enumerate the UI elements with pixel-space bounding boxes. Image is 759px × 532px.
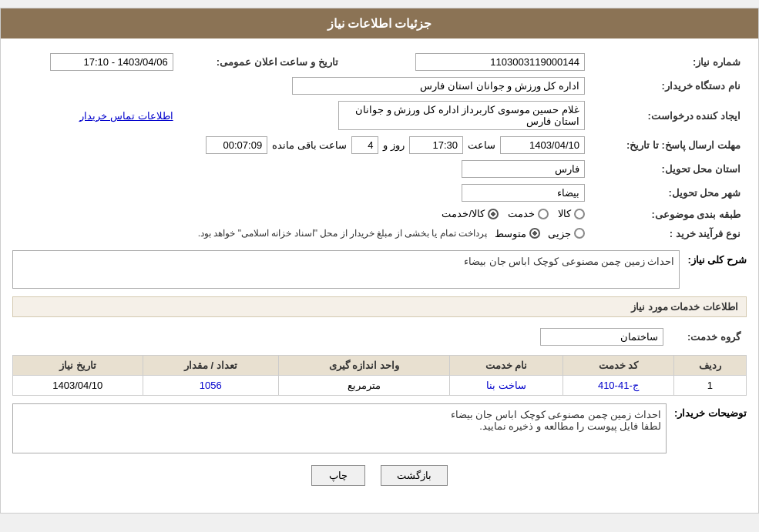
col-header-count: تعداد / مقدار [143,355,278,375]
buyer-desc-box: احداث زمین چمن مصنوعی کوچک اباس جان بیضا… [12,403,667,453]
cell-count-1: 1056 [143,375,278,395]
radio-kala-khedmat: کالا/خدمت [442,208,499,219]
button-row: بازگشت چاپ [12,465,747,501]
province-label: استان محل تحویل: [591,157,747,181]
cell-row-1: 1 [673,375,746,395]
buyer-desc-section: توضیحات خریدار: احداث زمین چمن مصنوعی کو… [12,403,747,453]
requester-label: ایجاد کننده درخواست: [591,98,747,133]
main-form-table: شماره نیاز: 1103003119000144 تاریخ و ساع… [12,50,747,243]
radio-kala: کالا [558,208,585,219]
buyer-desc-line2: لطفا فایل پیوست را مطالعه و ذخیره نمایید… [18,420,661,432]
buyer-desc-line1: احداث زمین چمن مصنوعی کوچک اباس جان بیضا… [18,409,661,420]
col-header-date: تاریخ نیاز [13,355,143,375]
buyer-desc-label: توضیحات خریدار: [674,403,747,419]
city-value: بیضاء [462,184,585,202]
process-motavaset-label: متوسط [495,228,526,239]
col-header-row: ردیف [673,355,746,375]
col-header-name: نام خدمت [450,355,563,375]
service-group-table: گروه خدمت: ساختمان [12,325,747,349]
general-description-label: شرح کلی نیاز: [687,250,747,266]
service-group-value: ساختمان [540,328,663,346]
process-jozi-label: جزیی [548,228,571,239]
content-area: شماره نیاز: 1103003119000144 تاریخ و ساع… [1,38,758,513]
buyer-org-row: نام دستگاه خریدار: اداره کل ورزش و جوانا… [12,74,747,98]
deadline-row-content: 1403/04/10 ساعت 17:30 روز و 4 ساعت باقی … [18,136,585,154]
countdown-label: ساعت باقی مانده [272,139,347,151]
city-label: شهر محل تحویل: [591,181,747,205]
radio-kala-khedmat-circle[interactable] [488,209,499,219]
back-button[interactable]: بازگشت [381,465,448,486]
category-label: طبقه بندی موضوعی: [591,205,747,225]
table-row: 1 ج-41-410 ساخت بنا مترمربع 1056 1403/04… [13,375,747,395]
need-number-value: 1103003119000144 [415,53,585,71]
province-row: استان محل تحویل: فارس [12,157,747,181]
col-header-unit: واحد اندازه گیری [278,355,449,375]
general-description-value: احداث زمین چمن مصنوعی کوچک اباس جان بیضا… [464,256,674,267]
page-container: جزئیات اطلاعات نیاز شماره نیاز: 11030031… [0,8,759,514]
contact-link[interactable]: اطلاعات تماس خریدار [79,110,173,122]
need-number-label: شماره نیاز: [591,50,747,74]
radio-khedmat-label: خدمت [508,208,535,219]
table-header-row: ردیف کد خدمت نام خدمت واحد اندازه گیری ت… [13,355,747,375]
radio-motavaset-circle[interactable] [529,228,540,239]
need-number-row: شماره نیاز: 1103003119000144 تاریخ و ساع… [12,50,747,74]
radio-kala-label: کالا [558,208,571,219]
announce-datetime-value: 1403/04/06 - 17:10 [50,53,173,71]
print-button[interactable]: چاپ [311,465,365,486]
reply-deadline-label: مهلت ارسال پاسخ: تا تاریخ: [591,133,747,157]
general-description-section: شرح کلی نیاز: احداث زمین چمن مصنوعی کوچک… [12,250,747,289]
reply-days-label: روز و [383,139,405,151]
page-header: جزئیات اطلاعات نیاز [1,8,758,38]
radio-kala-khedmat-label: کالا/خدمت [442,208,485,219]
process-motavaset: متوسط [495,228,540,239]
radio-khedmat-circle[interactable] [538,209,549,219]
countdown-value: 00:07:09 [206,136,267,154]
cell-name-1: ساخت بنا [450,375,563,395]
requester-row: ایجاد کننده درخواست: غلام حسین موسوی کار… [12,98,747,133]
services-section-title: اطلاعات خدمات مورد نیاز [12,296,747,317]
service-group-label: گروه خدمت: [670,325,747,349]
reply-time-label: ساعت [468,139,495,151]
page-title: جزئیات اطلاعات نیاز [327,17,432,30]
service-group-row: گروه خدمت: ساختمان [12,325,747,349]
process-label: نوع فرآیند خرید : [591,225,747,243]
cell-code-1: ج-41-410 [563,375,673,395]
col-header-code: کد خدمت [563,355,673,375]
city-row: شهر محل تحویل: بیضاء [12,181,747,205]
services-data-table: ردیف کد خدمت نام خدمت واحد اندازه گیری ت… [12,355,747,396]
process-options: جزیی متوسط پرداخت تمام یا بخشی از مبلغ خ… [18,228,585,239]
buyer-org-label: نام دستگاه خریدار: [591,74,747,98]
radio-kala-circle[interactable] [574,209,585,219]
radio-jozi-circle[interactable] [574,228,585,239]
reply-date-value: 1403/04/10 [500,136,585,154]
reply-deadline-row: مهلت ارسال پاسخ: تا تاریخ: 1403/04/10 سا… [12,133,747,157]
process-note: پرداخت تمام یا بخشی از مبلغ خریدار از مح… [198,228,487,239]
general-description-box: احداث زمین چمن مصنوعی کوچک اباس جان بیضا… [12,250,680,289]
process-jozi: جزیی [548,228,585,239]
province-value: فارس [462,160,585,178]
category-row: طبقه بندی موضوعی: کالا خدمت [12,205,747,225]
requester-value: غلام حسین موسوی کاربرداز اداره کل ورزش و… [338,101,585,130]
radio-khedmat: خدمت [508,208,549,219]
reply-days-value: 4 [351,136,378,154]
reply-time-value: 17:30 [409,136,463,154]
process-row: نوع فرآیند خرید : جزیی متوسط پرداخت [12,225,747,243]
buyer-org-value: اداره کل ورزش و جوانان استان فارس [292,77,585,95]
cell-unit-1: مترمربع [278,375,449,395]
announce-datetime-label: تاریخ و ساعت اعلان عمومی: [180,50,344,74]
cell-date-1: 1403/04/10 [13,375,143,395]
category-radio-group: کالا خدمت کالا/خدمت [442,208,585,219]
